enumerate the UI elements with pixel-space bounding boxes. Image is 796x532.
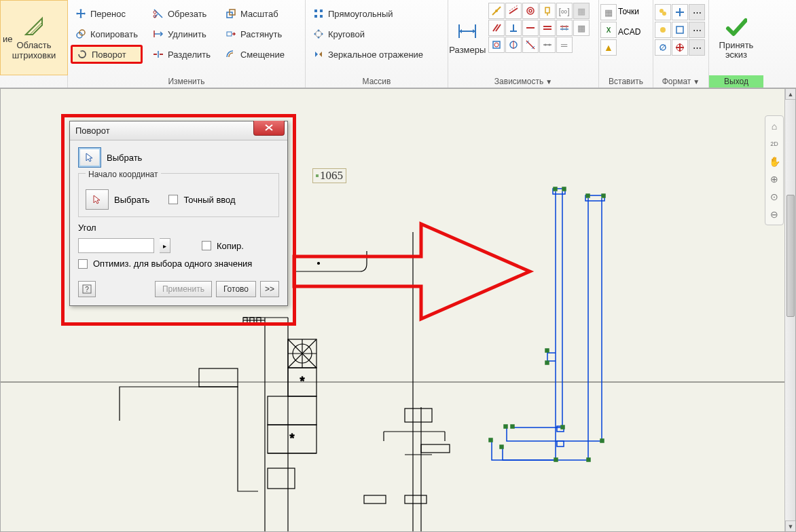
svg-rect-60 [676,26,683,33]
insert-panel-label: Вставить [599,77,653,86]
insert-image-button[interactable]: ▦ [600,4,617,20]
vertical-scrollbar[interactable]: ▲ ▼ [784,88,796,532]
svg-rect-32 [545,7,549,13]
trim-button[interactable]: Обрезать [148,4,215,23]
scale-button[interactable]: Масштаб [221,4,289,23]
svg-line-1 [27,20,41,33]
dimensions-button[interactable]: Размеры [448,0,487,75]
nav-zoom-fit-icon[interactable]: ⊙ [767,189,782,204]
constraint-parallel[interactable] [488,20,505,36]
view-nav-bar: ⌂ 2D ✋ ⊕ ⊙ ⊖ [765,115,784,225]
angle-spin[interactable]: ▸ [160,238,170,253]
accept-sketch-button[interactable]: Принять эскиз [709,0,763,75]
extend-button[interactable]: Удлинить [148,24,215,43]
svg-rect-123 [545,361,549,364]
constraint-settings[interactable]: ▦ [573,20,590,36]
format-btn-1[interactable] [655,4,671,20]
nav-pan-icon[interactable]: ✋ [767,154,782,169]
format-btn-3[interactable]: ⋯ [689,4,705,20]
apply-button[interactable]: Применить [155,281,212,297]
dialog-help-button[interactable]: ? [78,281,96,297]
optimize-label: Оптимиз. для выбора одного значения [93,259,252,269]
format-btn-5[interactable] [672,22,688,38]
format-btn-6[interactable]: ⋯ [689,22,705,38]
constraint-show[interactable]: [∞] [556,3,573,19]
svg-rect-16 [320,10,323,12]
select-origin-button[interactable] [86,189,109,210]
expand-label: >> [265,284,274,294]
stretch-label: Растянуть [240,29,282,39]
nav-zoom-out-icon[interactable]: ⊖ [767,207,782,222]
split-button[interactable]: Разделить [148,45,215,64]
done-button[interactable]: Готово [216,281,256,297]
constraint-perpendicular[interactable] [505,20,522,36]
svg-point-46 [494,43,499,47]
format-btn-4[interactable] [655,22,671,38]
constraint-horizontal[interactable] [522,20,539,36]
ribbon: Область штриховки ие Перенос Копировать … [0,0,796,88]
origin-legend: Начало координат [86,170,161,179]
constraint-concentric[interactable] [522,3,539,19]
exit-panel-label: Выход [709,75,763,88]
format-btn-7[interactable] [655,39,671,56]
mirror-button[interactable]: Зеркальное отражение [308,45,445,64]
format-btn-9[interactable]: ⋯ [689,39,705,56]
insert-dwg-button[interactable]: ▲ [600,39,617,56]
constraint-image[interactable]: ▦ [573,3,590,19]
constraint-fix[interactable] [539,3,556,19]
dialog-titlebar[interactable]: Поворот [70,121,287,140]
format-btn-2[interactable] [672,4,688,20]
constraint-coincident[interactable] [488,3,505,19]
optimize-checkbox[interactable] [78,259,88,269]
copy-button[interactable]: Копировать [71,24,143,43]
constraint-panel-label: Зависимость▼ [448,77,598,86]
select-geometry-button[interactable] [78,147,101,168]
circ-pattern-button[interactable]: Круговой [308,24,445,43]
move-label: Перенос [90,9,126,19]
scroll-down-arrow[interactable]: ▼ [785,520,796,532]
constraint-tangent[interactable] [556,20,573,36]
dimension-input[interactable]: 1065 [312,168,346,183]
offset-label: Смещение [240,50,285,60]
copy-checkbox[interactable] [202,241,211,250]
insert-excel-button[interactable]: X [600,22,617,38]
offset-icon [225,49,236,60]
scroll-up-arrow[interactable]: ▲ [785,88,796,100]
rotate-button[interactable]: Поворот [71,45,143,64]
panel-modify: Перенос Копировать Поворот Обрезать [68,0,306,88]
extend-icon [153,28,164,39]
split-label: Разделить [168,50,211,60]
rect-pattern-button[interactable]: Прямоугольный [308,4,445,23]
constraint-auto[interactable] [539,37,556,53]
move-button[interactable]: Перенос [71,4,143,23]
expand-button[interactable]: >> [260,281,279,297]
svg-rect-18 [320,15,323,18]
copy-label: Копир. [217,241,244,251]
constraint-vertical[interactable] [539,20,556,36]
angle-input[interactable] [78,238,154,253]
scroll-thumb[interactable] [786,195,795,317]
acad-label: ACAD [618,27,640,37]
nav-2d-icon[interactable]: 2D [767,136,782,151]
svg-rect-67 [199,368,238,387]
format-btn-8[interactable] [672,39,688,56]
svg-point-56 [662,12,666,16]
dimension-value: 1065 [320,169,343,183]
nav-zoom-in-icon[interactable]: ⊕ [767,172,782,187]
constraint-associative[interactable]: ═ [556,37,573,53]
svg-text:*: * [289,432,294,445]
constraint-symmetric[interactable] [505,37,522,53]
move-icon [75,8,86,19]
constraint-equal[interactable] [522,37,539,53]
pattern-panel-label: Массив [306,77,448,86]
precise-input-checkbox[interactable] [168,195,178,204]
cursor-icon [84,152,95,163]
stretch-button[interactable]: Растянуть [221,24,289,43]
constraint-smooth[interactable] [488,37,505,53]
offset-button[interactable]: Смещение [221,45,289,64]
svg-text:*: * [300,375,304,388]
constraint-collinear[interactable] [505,3,522,19]
dialog-close-button[interactable] [253,121,285,136]
points-label: Точки [618,7,640,16]
nav-home-icon[interactable]: ⌂ [767,119,782,134]
